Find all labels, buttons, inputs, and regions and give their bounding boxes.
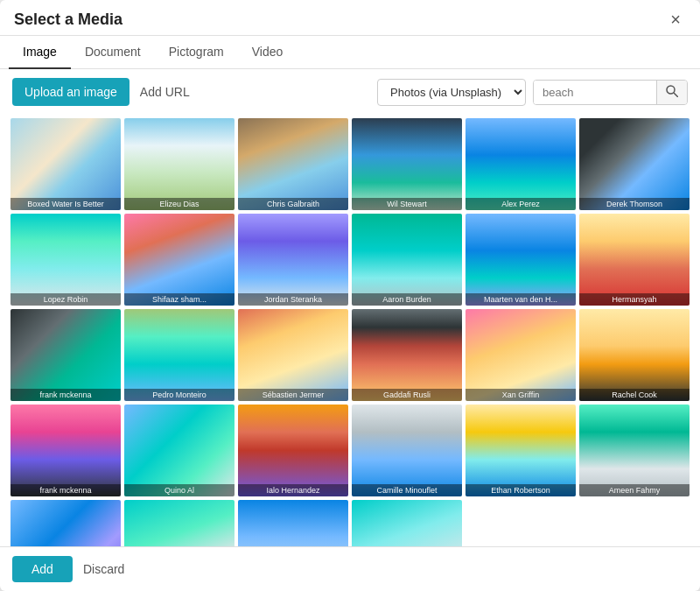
gallery-item-label: Aaron Burden <box>352 293 462 306</box>
upload-image-button[interactable]: Upload an image <box>12 78 130 106</box>
gallery-item[interactable] <box>238 500 348 546</box>
discard-button[interactable]: Discard <box>83 562 124 576</box>
tab-bar: Image Document Pictogram Video <box>0 36 700 69</box>
gallery-item-label: Ethan Robertson <box>466 484 576 496</box>
gallery-item[interactable]: Wil Stewart <box>352 118 462 210</box>
search-button[interactable] <box>656 81 687 104</box>
gallery-item-label: Lopez Robin <box>10 293 121 306</box>
tab-image[interactable]: Image <box>9 36 71 69</box>
gallery-item[interactable]: Boxed Water Is Better <box>10 118 121 210</box>
gallery-item[interactable]: Ameen Fahmy <box>579 405 690 496</box>
gallery-item-label: Camille Minouflet <box>352 484 462 496</box>
gallery-item-label: Gaddafi Rusli <box>352 389 462 401</box>
search-icon <box>666 85 678 97</box>
gallery-item[interactable]: Camille Minouflet <box>352 405 462 496</box>
gallery-item[interactable]: Ialo Hernandez <box>238 405 348 496</box>
select-media-modal: Select a Media × Image Document Pictogra… <box>0 0 700 591</box>
gallery-item-label: Rachel Cook <box>579 389 690 401</box>
gallery-item[interactable]: frank mckenna <box>10 405 121 496</box>
gallery-item-label: Ameen Fahmy <box>579 484 690 496</box>
gallery-item-label: Ialo Hernandez <box>238 484 348 496</box>
tab-video[interactable]: Video <box>238 36 298 69</box>
modal-title: Select a Media <box>14 11 122 29</box>
gallery-item[interactable]: frank mckenna <box>10 309 121 401</box>
tab-document[interactable]: Document <box>71 36 155 69</box>
gallery-item-label: Pedro Monteiro <box>124 389 234 401</box>
gallery-item-label: Hermansyah <box>579 293 690 306</box>
gallery-item[interactable] <box>352 500 462 546</box>
gallery-item-label: Jordan Steranka <box>238 293 348 306</box>
gallery-grid: Boxed Water Is BetterElizeu DiasChris Ga… <box>10 118 690 546</box>
gallery-item-label: Elizeu Dias <box>124 198 234 210</box>
svg-line-1 <box>675 93 678 96</box>
svg-point-0 <box>667 86 675 94</box>
gallery-item[interactable]: Pedro Monteiro <box>124 309 234 401</box>
search-wrapper: beach <box>533 80 688 105</box>
gallery-item-label: frank mckenna <box>10 484 121 496</box>
gallery-scroll: Boxed Water Is BetterElizeu DiasChris Ga… <box>0 115 700 546</box>
gallery-item-label: Maarten van den H... <box>466 293 576 306</box>
modal-footer: Add Discard <box>0 546 700 591</box>
gallery-item[interactable]: Xan Griffin <box>466 309 576 401</box>
gallery-item[interactable]: Derek Thomson <box>579 118 690 210</box>
add-button[interactable]: Add <box>12 556 73 582</box>
gallery-item[interactable]: Aaron Burden <box>352 214 462 306</box>
gallery-item-label: frank mckenna <box>10 389 121 401</box>
gallery-item-label: Quino Al <box>124 484 234 496</box>
close-button[interactable]: × <box>665 9 686 30</box>
gallery-item[interactable]: Sébastien Jermer <box>238 309 348 401</box>
gallery-item-label: Sébastien Jermer <box>238 389 348 401</box>
gallery-item[interactable]: Lopez Robin <box>10 214 121 306</box>
toolbar-right: Photos (via Unsplash)My Library beach <box>377 79 688 106</box>
gallery-item[interactable]: Gaddafi Rusli <box>352 309 462 401</box>
gallery-item-label: Alex Perez <box>466 198 576 210</box>
modal-header: Select a Media × <box>0 0 700 36</box>
gallery-item[interactable]: Rachel Cook <box>579 309 690 401</box>
gallery-item[interactable] <box>10 500 121 546</box>
tab-pictogram[interactable]: Pictogram <box>155 36 238 69</box>
gallery-item[interactable]: Quino Al <box>124 405 234 496</box>
gallery-item-label: Boxed Water Is Better <box>10 198 121 210</box>
gallery-item[interactable]: Jordan Steranka <box>238 214 348 306</box>
search-input[interactable]: beach <box>534 81 656 104</box>
gallery-item[interactable]: Elizeu Dias <box>124 118 234 210</box>
gallery-item-label: Chris Galbraith <box>238 198 348 210</box>
gallery-item-label: Derek Thomson <box>579 198 690 210</box>
gallery-item[interactable]: Hermansyah <box>579 214 690 306</box>
gallery-item[interactable]: Ethan Robertson <box>466 405 576 496</box>
gallery-item[interactable]: Shifaaz sham... <box>124 214 234 306</box>
gallery-item[interactable]: Chris Galbraith <box>238 118 348 210</box>
toolbar: Upload an image Add URL Photos (via Unsp… <box>0 69 700 115</box>
gallery-item-label: Xan Griffin <box>466 389 576 401</box>
gallery-item[interactable]: Maarten van den H... <box>466 214 576 306</box>
add-url-link[interactable]: Add URL <box>140 85 190 99</box>
gallery-item-label: Shifaaz sham... <box>124 293 234 306</box>
gallery-item-label: Wil Stewart <box>352 198 462 210</box>
source-select[interactable]: Photos (via Unsplash)My Library <box>377 79 526 106</box>
gallery-item[interactable]: Alex Perez <box>466 118 576 210</box>
gallery-item[interactable] <box>124 500 234 546</box>
